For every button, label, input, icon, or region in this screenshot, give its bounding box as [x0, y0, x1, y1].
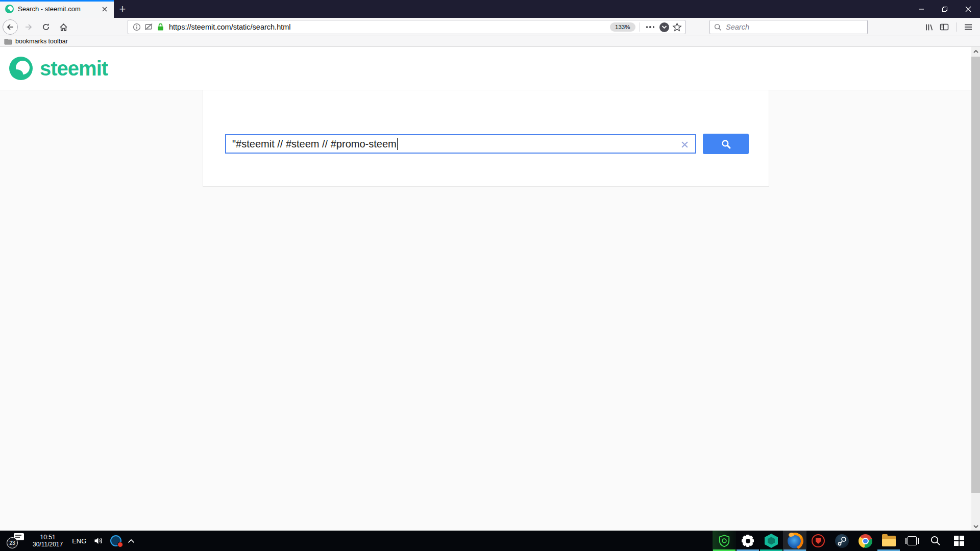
file-explorer-icon	[882, 536, 896, 546]
steam-icon	[835, 534, 849, 548]
language-indicator[interactable]: ENG	[68, 531, 90, 551]
scrollbar-thumb[interactable]	[971, 57, 980, 493]
url-text: https://steemit.com/static/search.html	[169, 23, 610, 31]
page-scrollbar[interactable]	[971, 47, 980, 531]
volume-button[interactable]	[91, 531, 107, 551]
taskbar-search-button[interactable]	[924, 531, 947, 551]
sidebar-icon	[940, 23, 949, 31]
menu-button[interactable]	[961, 19, 976, 35]
pinned-apps	[713, 531, 971, 551]
active-tab-accent	[0, 0, 114, 2]
home-icon	[59, 23, 68, 32]
new-tab-button[interactable]: +	[114, 0, 131, 18]
tab-close-icon[interactable]	[100, 4, 110, 14]
steemit-header: steemit	[0, 47, 980, 90]
steemit-brand-text[interactable]: steemit	[40, 57, 108, 80]
chrome-icon	[859, 534, 872, 548]
taskbar-settings-button[interactable]	[736, 531, 760, 551]
window-minimize-button[interactable]	[910, 0, 933, 18]
info-icon[interactable]	[133, 23, 141, 31]
window-close-button[interactable]	[957, 0, 980, 18]
reload-button[interactable]	[38, 18, 54, 36]
steemit-favicon-icon	[5, 5, 14, 13]
page-viewport: steemit "#steemit // #steem // #promo-st…	[0, 47, 980, 531]
reload-icon	[42, 23, 50, 31]
browser-search-bar[interactable]	[709, 20, 868, 34]
scrollbar-down-icon[interactable]	[971, 522, 980, 531]
text-caret	[397, 138, 398, 150]
magnifier-icon	[721, 139, 731, 149]
site-search-input[interactable]: "#steemit // #steem // #promo-steem	[225, 134, 696, 154]
library-button[interactable]	[921, 19, 937, 35]
menu-hamburger-icon	[964, 23, 972, 31]
site-search-button[interactable]	[703, 134, 749, 154]
taskbar-chrome-button[interactable]	[853, 531, 877, 551]
taskbar-security-red-button[interactable]	[806, 531, 830, 551]
urlbar-divider	[640, 22, 640, 32]
pocket-icon[interactable]	[659, 22, 669, 32]
antivirus-shield-icon	[718, 534, 731, 547]
taskbar-search-icon	[930, 535, 941, 546]
security-hexagon-icon	[765, 534, 778, 548]
back-arrow-icon	[3, 19, 18, 35]
taskbar-task-view-button[interactable]	[900, 531, 924, 551]
zoom-level-badge[interactable]: 133%	[610, 22, 635, 32]
browser-search-input[interactable]	[726, 23, 863, 31]
window-controls	[910, 0, 980, 18]
security-red-icon	[812, 534, 825, 547]
tray-app-button[interactable]	[108, 531, 124, 551]
volume-icon	[94, 537, 104, 545]
search-card: "#steemit // #steem // #promo-steem	[203, 90, 769, 187]
tab-search-steemit[interactable]: Search - steemit.com	[0, 0, 114, 18]
taskbar-steam-button[interactable]	[830, 531, 853, 551]
back-button[interactable]	[2, 18, 18, 36]
search-icon	[714, 23, 722, 31]
scrollbar-up-icon[interactable]	[971, 47, 980, 56]
clock-date: 30/11/2017	[33, 541, 63, 548]
toolbar-divider	[956, 22, 957, 32]
tray-expand-button[interactable]	[125, 531, 137, 551]
clear-x-icon[interactable]	[679, 139, 690, 150]
taskbar-start-button[interactable]	[947, 531, 971, 551]
system-tray: 23 10:51 30/11/2017 ENG	[0, 531, 137, 551]
clock-time: 10:51	[40, 534, 56, 541]
home-button[interactable]	[55, 18, 71, 36]
firefox-icon	[788, 534, 802, 548]
gear-icon	[742, 535, 754, 547]
page-actions-dots-icon[interactable]	[644, 26, 657, 28]
library-icon	[925, 23, 934, 32]
forward-arrow-icon	[24, 23, 33, 31]
notification-count-badge: 23	[7, 537, 18, 548]
taskbar-file-explorer-button[interactable]	[877, 531, 900, 551]
url-bar[interactable]: https://steemit.com/static/search.html 1…	[128, 20, 685, 34]
tray-app-icon	[110, 535, 121, 546]
windows-taskbar: 23 10:51 30/11/2017 ENG	[0, 531, 980, 551]
action-center-icon: 23	[6, 533, 25, 548]
browser-titlebar: Search - steemit.com +	[0, 0, 980, 18]
window-restore-button[interactable]	[933, 0, 957, 18]
permission-blocked-icon[interactable]	[144, 23, 153, 31]
lock-icon	[157, 23, 164, 31]
forward-button[interactable]	[20, 18, 37, 36]
action-center-button[interactable]: 23	[3, 531, 28, 551]
tab-title: Search - steemit.com	[18, 5, 100, 13]
windows-start-icon	[954, 536, 964, 546]
site-search-value: "#steemit // #steem // #promo-steem	[232, 138, 397, 150]
taskbar-security-hexagon-button[interactable]	[760, 531, 783, 551]
bookmark-star-icon[interactable]	[672, 22, 682, 32]
taskbar-antivirus-shield-button[interactable]	[713, 531, 736, 551]
bookmarks-toolbar: bookmarks toolbar	[0, 36, 980, 47]
browser-navbar: https://steemit.com/static/search.html 1…	[0, 18, 980, 36]
folder-icon	[4, 38, 12, 45]
taskbar-clock[interactable]: 10:51 30/11/2017	[29, 531, 67, 551]
steemit-logo-icon[interactable]	[9, 57, 33, 80]
taskbar-firefox-button[interactable]	[783, 531, 806, 551]
toolbar-right-icons	[921, 18, 976, 36]
sidebar-button[interactable]	[937, 19, 952, 35]
task-view-icon	[905, 536, 919, 545]
tray-expand-chevron-icon	[128, 539, 135, 543]
bookmarks-folder-label[interactable]: bookmarks toolbar	[15, 38, 68, 45]
